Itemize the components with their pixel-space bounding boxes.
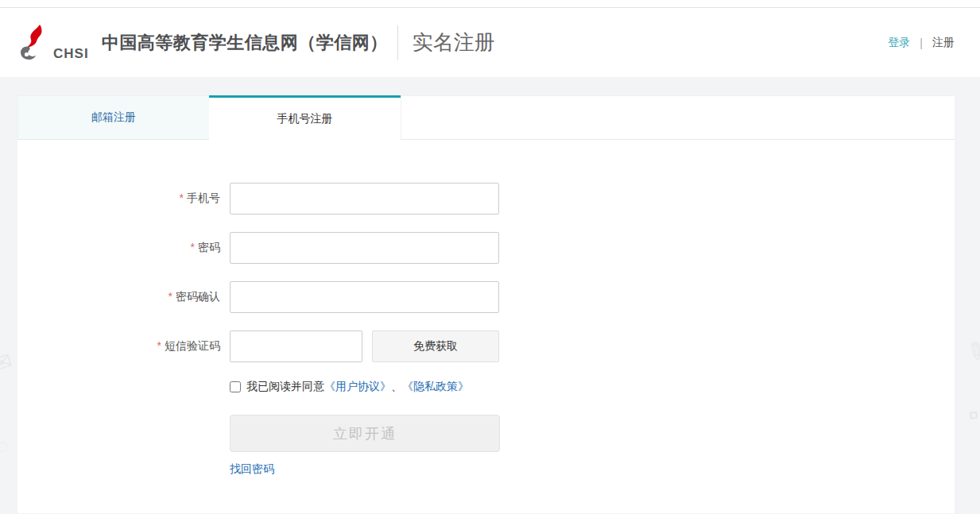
password-confirm-label: *密码确认	[17, 290, 220, 304]
required-mark: *	[168, 290, 172, 303]
chsi-logo[interactable]: CHSI	[17, 24, 89, 62]
agreement-checkbox[interactable]	[230, 381, 241, 392]
required-mark: *	[191, 241, 195, 253]
agreement-text: 我已阅读并同意	[246, 380, 324, 394]
site-name: 中国高等教育学生信息网（学信网）	[102, 31, 388, 55]
phone-label: *手机号	[17, 191, 220, 206]
logo-text: CHSI	[53, 47, 89, 62]
register-link[interactable]: 注册	[932, 36, 955, 50]
page-title: 实名注册	[413, 29, 495, 56]
sms-code-label: *短信验证码	[17, 339, 220, 354]
sms-code-label-text: 短信验证码	[165, 339, 220, 352]
form-row-password-confirm: *密码确认	[17, 281, 955, 313]
tab-email-register[interactable]: 邮箱注册	[17, 95, 209, 140]
phone-label-text: 手机号	[187, 191, 220, 204]
password-input[interactable]	[230, 232, 499, 264]
header-link-separator: |	[920, 37, 923, 49]
form-row-sms-code: *短信验证码 免费获取	[17, 330, 955, 362]
tabs-filler	[401, 95, 955, 140]
password-label: *密码	[17, 241, 220, 255]
site-header: CHSI 中国高等教育学生信息网（学信网） 实名注册 登录 | 注册	[0, 8, 980, 77]
password-confirm-label-text: 密码确认	[176, 290, 220, 303]
login-link[interactable]: 登录	[888, 36, 910, 50]
required-mark: *	[180, 191, 184, 204]
header-links: 登录 | 注册	[888, 36, 955, 50]
forgot-password-link[interactable]: 找回密码	[230, 462, 274, 477]
phone-register-form: *手机号 *密码 *密码确认 *短信验证码 免费获取 我已阅读并同意《用户协议》…	[17, 140, 955, 477]
user-agreement-link[interactable]: 《用户协议》	[324, 380, 391, 394]
form-row-phone: *手机号	[17, 183, 955, 214]
submit-button[interactable]: 立即开通	[230, 415, 500, 452]
tab-phone-register[interactable]: 手机号注册	[209, 95, 401, 140]
chsi-bird-icon	[17, 24, 51, 62]
top-strip	[0, 0, 980, 8]
password-label-text: 密码	[198, 241, 220, 253]
get-sms-code-button[interactable]: 免费获取	[372, 330, 499, 362]
password-confirm-input[interactable]	[230, 281, 499, 313]
required-mark: *	[157, 339, 161, 352]
phone-input[interactable]	[230, 183, 499, 214]
header-divider	[397, 25, 398, 60]
registration-tabs: 邮箱注册 手机号注册	[17, 95, 955, 140]
form-row-password: *密码	[17, 232, 955, 264]
agreement-links-separator: 、	[391, 380, 402, 394]
registration-card: 邮箱注册 手机号注册 *手机号 *密码 *密码确认 *短信验证码 免费获取	[17, 95, 955, 513]
sms-code-input[interactable]	[230, 330, 362, 362]
page-body: 邮箱注册 手机号注册 *手机号 *密码 *密码确认 *短信验证码 免费获取	[0, 77, 980, 513]
agreement-row: 我已阅读并同意《用户协议》、《隐私政策》	[230, 380, 955, 394]
privacy-policy-link[interactable]: 《隐私政策》	[402, 380, 469, 394]
